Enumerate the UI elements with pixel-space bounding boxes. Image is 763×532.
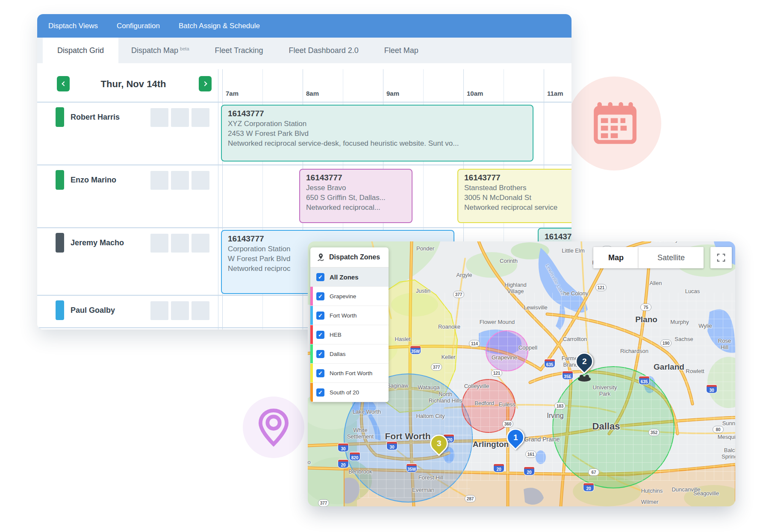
legend-item-dallas[interactable]: ✓Dallas: [310, 344, 389, 364]
tab-fleet-tracking[interactable]: Fleet Tracking: [202, 38, 276, 63]
vehicle-icon: [578, 376, 591, 382]
time-label-11am: 11am: [547, 90, 563, 97]
dispatch-zones-legend: Dispatch Zones ✓All Zones✓Grapevine✓Fort…: [310, 247, 389, 402]
nav-item-batch-assign-schedule[interactable]: Batch Assign & Schedule: [179, 22, 260, 30]
tab-label: Dispatch Grid: [57, 46, 104, 55]
grid-row-line: [37, 227, 572, 228]
placeholder-square: [191, 171, 209, 190]
top-nav: Disptach ViewsConfigurationBatch Assign …: [37, 14, 572, 38]
tab-label: Fleet Dashboard 2.0: [289, 46, 359, 55]
chevron-left-icon: [62, 81, 66, 86]
driver-name: Jeremy Macho: [71, 238, 124, 247]
chevron-right-icon: [202, 81, 207, 86]
zone-heb: [462, 379, 515, 432]
grid-row-line: [37, 102, 572, 103]
next-day-button[interactable]: [199, 76, 212, 91]
nav-item-configuration[interactable]: Configuration: [117, 22, 160, 30]
tab-label: Fleet Tracking: [215, 46, 263, 55]
map-view-button[interactable]: Map: [593, 247, 639, 268]
zone-label: HEB: [330, 332, 342, 338]
tab-label: Dispatch Map: [131, 46, 178, 55]
event-detail-line: Networked reciprocal...: [306, 203, 406, 213]
satellite-view-button[interactable]: Satellite: [639, 247, 704, 268]
calendar-icon: [592, 101, 636, 146]
event-detail-line: 3005 N McDonald St: [464, 193, 572, 203]
event-detail-line: Stanstead Brothers: [464, 183, 572, 193]
driver-name: Enzo Marino: [71, 176, 116, 185]
dispatch-map[interactable]: PonderCorinthLittle ElmFriscoMcKinneyArg…: [308, 241, 735, 506]
zone-checkbox[interactable]: ✓: [316, 350, 324, 358]
time-label-9am: 9am: [386, 90, 399, 97]
zone-color-stripe: [310, 344, 313, 363]
date-label: Thur, Nov 14th: [71, 79, 195, 90]
marker-number: 1: [513, 433, 518, 442]
grid-row-line: [37, 165, 572, 165]
legend-item-south-of-20[interactable]: ✓South of 20: [310, 383, 389, 402]
placeholder-square: [191, 108, 209, 127]
placeholder-square: [150, 301, 168, 320]
event-card[interactable]: 16143777Jesse Bravo650 S Griffin St, Dal…: [299, 169, 412, 223]
event-order-number: 16143777: [228, 109, 527, 118]
legend-title: Dispatch Zones: [329, 253, 380, 261]
event-detail-line: XYZ Corporation Station: [228, 119, 527, 129]
zone-dallas: [553, 367, 674, 488]
driver-name: Paul Goalby: [71, 306, 115, 315]
placeholder-square: [171, 108, 189, 127]
event-order-number: 16143777: [545, 232, 572, 241]
zone-color-stripe: [310, 325, 313, 344]
driver-color-bar: [56, 300, 64, 320]
legend-item-heb[interactable]: ✓HEB: [310, 325, 389, 344]
location-pin-decor-circle: [243, 397, 304, 458]
legend-item-all-zones[interactable]: ✓All Zones: [310, 267, 389, 287]
event-order-number: 16143777: [464, 173, 572, 182]
event-detail-line: Networked reciprocal service: [464, 203, 572, 213]
time-label-10am: 10am: [467, 90, 483, 97]
tab-dispatch-grid[interactable]: Dispatch Grid: [43, 38, 118, 63]
placeholder-square: [191, 301, 209, 320]
zone-label: North Fort Worth: [330, 370, 372, 376]
legend-item-north-fort-worth[interactable]: ✓North Fort Worth: [310, 364, 389, 383]
zone-checkbox[interactable]: ✓: [316, 273, 324, 281]
tab-dispatch-map[interactable]: Dispatch Mapbeta: [118, 38, 202, 63]
placeholder-square: [191, 234, 209, 253]
event-detail-line: 2453 W Forest Park Blvd: [228, 129, 527, 139]
nav-item-disptach-views[interactable]: Disptach Views: [48, 22, 98, 30]
prev-day-button[interactable]: [57, 76, 70, 91]
zone-checkbox[interactable]: ✓: [316, 369, 324, 377]
zone-label: South of 20: [330, 389, 359, 396]
legend-header: Dispatch Zones: [310, 247, 389, 267]
fullscreen-icon: [716, 253, 726, 262]
zone-checkbox[interactable]: ✓: [316, 292, 324, 300]
event-card[interactable]: 16143777Stanstead Brothers3005 N McDonal…: [457, 169, 572, 223]
beta-badge: beta: [180, 46, 189, 51]
zone-color-stripe: [310, 364, 313, 382]
zone-checkbox[interactable]: ✓: [316, 388, 324, 397]
zone-label: Fort Worth: [330, 312, 357, 319]
legend-item-fort-worth[interactable]: ✓Fort Worth: [310, 306, 389, 325]
legend-item-grapevine[interactable]: ✓Grapevine: [310, 287, 389, 306]
driver-color-bar: [56, 170, 64, 190]
tab-fleet-map[interactable]: Fleet Map: [371, 38, 431, 63]
event-detail-line: 650 S Griffin St, Dallas...: [306, 193, 406, 203]
tab-fleet-dashboard-2-0[interactable]: Fleet Dashboard 2.0: [276, 38, 371, 63]
zone-checkbox[interactable]: ✓: [316, 312, 324, 320]
zone-checkbox[interactable]: ✓: [316, 331, 324, 339]
event-detail-line: Jesse Bravo: [306, 183, 406, 193]
fullscreen-button[interactable]: [710, 247, 732, 268]
placeholder-square: [171, 171, 189, 190]
location-pin-icon: [256, 408, 291, 447]
dispatch-zones-icon: [316, 253, 325, 262]
event-order-number: 16143777: [306, 173, 406, 182]
placeholder-square: [171, 301, 189, 320]
tab-label: Fleet Map: [384, 46, 418, 55]
zone-label: Dallas: [330, 351, 346, 357]
marker-number: 2: [582, 357, 587, 366]
zone-label: Grapevine: [330, 293, 356, 300]
driver-color-bar: [56, 233, 64, 253]
event-card[interactable]: 16143777XYZ Corporation Station2453 W Fo…: [221, 105, 533, 162]
tab-bar: Dispatch GridDispatch MapbetaFleet Track…: [37, 38, 572, 63]
driver-name: Robert Harris: [71, 113, 120, 122]
driver-color-bar: [56, 107, 64, 127]
marker-number: 3: [437, 439, 442, 448]
time-label-8am: 8am: [306, 90, 319, 97]
